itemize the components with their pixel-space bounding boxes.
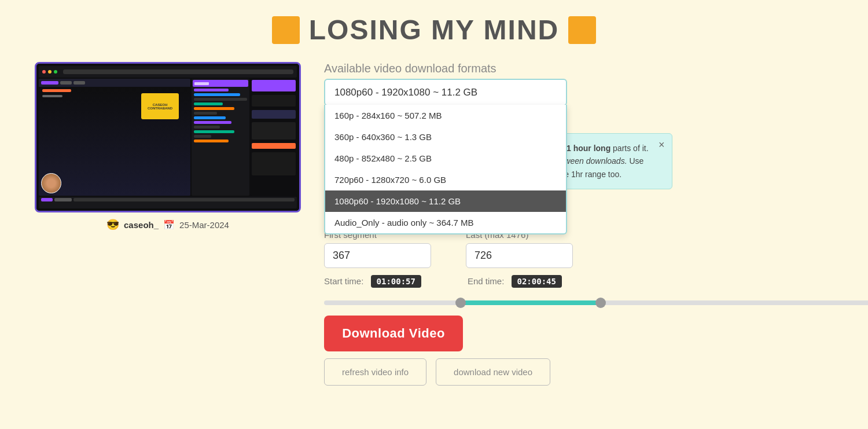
stream-overlay-sub — [42, 95, 62, 97]
refresh-video-info-button[interactable]: refresh video info — [324, 358, 426, 386]
first-segment-group: First segment — [324, 230, 431, 268]
chat-header — [193, 80, 248, 87]
stream-mockup: CASEOHCONTRABAND — [36, 64, 299, 211]
stream-overlay-bar — [42, 89, 71, 92]
dot-green — [54, 70, 57, 74]
user-emoji: 😎 — [106, 218, 119, 231]
chat-line-4 — [194, 102, 223, 105]
right-box-4 — [252, 122, 296, 140]
chat-line-11 — [194, 135, 211, 138]
option-360p[interactable]: 360p - 640x360 ~ 1.3 GB — [325, 126, 566, 148]
header: LOSING MY MIND — [0, 0, 868, 56]
segment-row: First segment Last (max 1476) — [324, 230, 868, 268]
chat-line-1 — [194, 89, 229, 91]
video-date: 25-Mar-2024 — [179, 220, 229, 230]
chat-line-6 — [194, 112, 217, 115]
end-time-group: End time: 02:00:45 — [468, 275, 562, 288]
notification-text: CASEOHCONTRABAND — [148, 103, 172, 110]
chat-line-3 — [194, 98, 247, 101]
option-720p60[interactable]: 720p60 - 1280x720 ~ 6.0 GB — [325, 169, 566, 190]
username: caseoh_ — [124, 220, 159, 230]
chat-line-8 — [194, 121, 231, 124]
right-box-6 — [252, 152, 296, 175]
end-time-label: End time: — [468, 276, 504, 286]
bottom-filler — [73, 198, 295, 201]
start-time-badge: 01:00:57 — [371, 275, 421, 288]
format-dropdown-wrapper: 160p - 284x160 ~ 507.2 MB 360p - 640x360… — [324, 79, 567, 106]
right-box-5 — [252, 143, 296, 149]
stream-chat-panel — [192, 79, 249, 196]
stream-top-bar — [39, 66, 297, 78]
header-square-right — [568, 16, 596, 44]
calendar-emoji: 📅 — [163, 219, 175, 230]
stream-right-panel — [251, 79, 297, 196]
info-bold-text: 1 hour long — [567, 144, 610, 153]
live-badge — [41, 81, 58, 85]
start-time-label: Start time: — [324, 276, 363, 286]
download-new-video-button[interactable]: download new video — [436, 358, 550, 386]
stream-header — [39, 79, 190, 87]
chat-label — [194, 82, 209, 85]
option-audio-only[interactable]: Audio_Only - audio only ~ 364.7 MB — [325, 212, 566, 233]
dot-red — [42, 70, 46, 74]
chat-line-10 — [194, 130, 234, 133]
bottom-icon-1 — [41, 198, 53, 201]
option-160p[interactable]: 160p - 284x160 ~ 507.2 MB — [325, 105, 566, 126]
slider-thumb-left[interactable] — [455, 298, 466, 308]
right-box-1 — [252, 80, 296, 91]
lower-section: × ng. We will help you download 1 hour l… — [324, 230, 868, 386]
first-segment-input[interactable] — [324, 243, 431, 268]
notification-box: CASEOHCONTRABAND — [141, 93, 179, 119]
chat-line-7 — [194, 116, 226, 119]
last-segment-input[interactable] — [466, 243, 573, 268]
info-close-button[interactable]: × — [659, 140, 665, 150]
slider-track — [324, 300, 868, 305]
page-title: LOSING MY MIND — [309, 14, 559, 46]
stat-box — [60, 81, 72, 85]
header-square-left — [272, 16, 300, 44]
last-segment-group: Last (max 1476) — [466, 230, 573, 268]
stat-box2 — [73, 81, 85, 85]
bottom-bar-content — [39, 197, 297, 203]
right-panel: Available video download formats 160p - … — [324, 62, 868, 386]
video-meta: 😎 caseoh_ 📅 25-Mar-2024 — [35, 218, 301, 231]
chat-line-12 — [194, 140, 229, 142]
start-time-group: Start time: 01:00:57 — [324, 275, 421, 288]
main-content: CASEOHCONTRABAND — [0, 56, 868, 386]
url-bar — [63, 69, 293, 74]
stream-video-area: CASEOHCONTRABAND — [39, 79, 190, 196]
format-section: Available video download formats 160p - … — [324, 62, 868, 106]
end-time-badge: 02:00:45 — [512, 275, 562, 288]
format-dropdown[interactable]: 160p - 284x160 ~ 507.2 MB 360p - 640x360… — [324, 79, 567, 106]
range-slider-container — [324, 297, 868, 309]
format-section-title: Available video download formats — [324, 62, 868, 75]
bottom-icon-2 — [54, 198, 72, 201]
right-box-2 — [252, 95, 296, 107]
thumbnail-inner: CASEOHCONTRABAND — [36, 64, 299, 211]
chat-line-5 — [194, 107, 234, 110]
stream-bottom-bar — [39, 197, 297, 208]
controls-section: × ng. We will help you download 1 hour l… — [324, 230, 868, 386]
chat-line-9 — [194, 126, 220, 129]
slider-thumb-right[interactable] — [595, 298, 606, 308]
chat-line-2 — [194, 93, 240, 96]
left-panel: CASEOHCONTRABAND — [35, 62, 301, 231]
stream-content: CASEOHCONTRABAND — [39, 79, 190, 196]
info-text-after: parts of it. — [610, 144, 648, 153]
download-video-button[interactable]: Download Video — [324, 316, 463, 351]
dot-yellow — [48, 70, 52, 74]
right-box-3 — [252, 110, 296, 119]
option-1080p60[interactable]: 1080p60 - 1920x1080 ~ 11.2 GB — [325, 190, 566, 212]
info-line2-after: Use — [627, 156, 644, 166]
dropdown-open-list: 160p - 284x160 ~ 507.2 MB 360p - 640x360… — [324, 105, 567, 234]
bottom-buttons: refresh video info download new video — [324, 358, 868, 386]
option-480p[interactable]: 480p - 852x480 ~ 2.5 GB — [325, 148, 566, 169]
slider-fill — [461, 300, 601, 305]
streamer-avatar — [41, 173, 61, 193]
time-row: Start time: 01:00:57 End time: 02:00:45 — [324, 275, 868, 288]
video-thumbnail: CASEOHCONTRABAND — [35, 62, 301, 212]
